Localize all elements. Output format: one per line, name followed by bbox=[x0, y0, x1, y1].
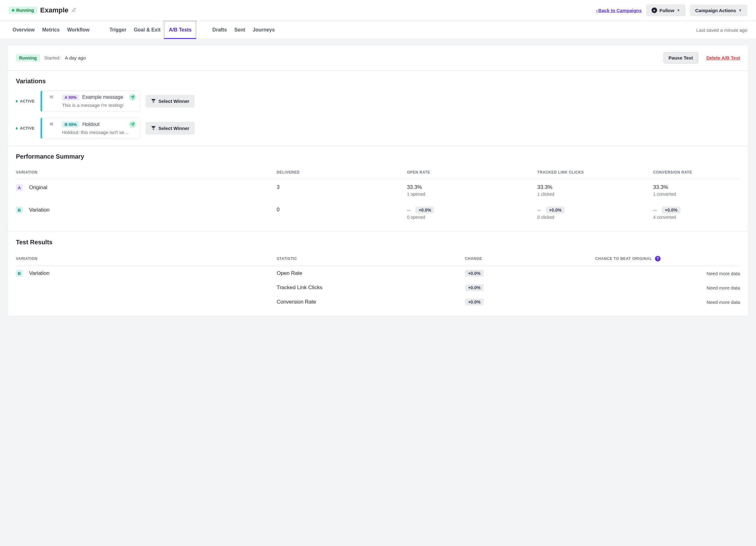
active-dot-icon bbox=[16, 100, 17, 103]
performance-table: VARIATION DELIVERED OPEN RATE TRACKED LI… bbox=[16, 166, 740, 225]
variation-description: This is a message I'm testing! bbox=[62, 103, 131, 108]
variation-thumbnail: ✉ bbox=[42, 118, 61, 139]
delete-ab-test-link[interactable]: Delete A/B Test bbox=[706, 55, 740, 60]
test-results-title: Test Results bbox=[16, 239, 740, 246]
envelope-icon: ✉ bbox=[50, 122, 53, 127]
variation-body: B 50% Holdout Holdout: this message isn'… bbox=[61, 118, 140, 139]
table-row: Conversion Rate +0.0% Need more data bbox=[16, 295, 740, 309]
clicks-sub: 0 clicked bbox=[537, 215, 653, 220]
status-badge: Running bbox=[9, 7, 37, 14]
res-header-change: CHANGE bbox=[465, 252, 595, 266]
clicks-delta: +0.0% bbox=[546, 207, 565, 214]
status-left: Running Started: A day ago bbox=[16, 54, 86, 62]
stat-change: +0.0% bbox=[465, 284, 484, 291]
select-winner-label: Select Winner bbox=[158, 126, 189, 131]
tab-sent[interactable]: Sent bbox=[230, 21, 249, 39]
chevron-down-icon: ▼ bbox=[677, 8, 680, 12]
open-rate-value: 33.3% bbox=[407, 184, 537, 191]
res-header-chance: CHANCE TO BEAT ORIGINAL ? bbox=[595, 252, 740, 266]
select-winner-button[interactable]: Select Winner bbox=[146, 122, 195, 135]
variation-name: Original bbox=[29, 185, 47, 191]
tab-trigger[interactable]: Trigger bbox=[106, 21, 130, 39]
perf-header-delivered: DELIVERED bbox=[277, 166, 407, 179]
campaign-actions-button[interactable]: Campaign Actions ▼ bbox=[690, 5, 747, 16]
variation-thumbnail: ✉ bbox=[42, 91, 61, 112]
performance-section: Performance Summary VARIATION DELIVERED … bbox=[8, 146, 748, 232]
open-rate-sub: 1 opened bbox=[407, 192, 537, 197]
select-winner-label: Select Winner bbox=[158, 99, 189, 104]
tab-overview[interactable]: Overview bbox=[9, 21, 38, 39]
stat-name: Conversion Rate bbox=[277, 295, 465, 309]
res-header-statistic: STATISTIC bbox=[277, 252, 465, 266]
status-text: Running bbox=[16, 8, 34, 13]
variation-card[interactable]: ✉ A 50% Example message This is a messag… bbox=[40, 90, 140, 112]
open-rate-delta: +0.0% bbox=[415, 207, 434, 214]
variation-row: ACTIVE ✉ B 50% Holdout Holdout: this mes… bbox=[16, 118, 740, 139]
select-winner-button[interactable]: Select Winner bbox=[146, 95, 195, 108]
variation-description: Holdout: this message isn't se… bbox=[62, 130, 131, 135]
tab-metrics[interactable]: Metrics bbox=[38, 21, 63, 39]
conversion-sub: 1 converted bbox=[653, 192, 740, 197]
perf-header-conversion: CONVERSION RATE bbox=[653, 166, 740, 179]
clicks-value: 33.3% bbox=[537, 184, 653, 191]
edit-icon[interactable] bbox=[71, 7, 76, 13]
table-row: A Original 3 33.3% 1 opened 33.3% 1 clic… bbox=[16, 179, 740, 202]
stat-name: Open Rate bbox=[277, 266, 465, 281]
perf-header-clicks: TRACKED LINK CLICKS bbox=[537, 166, 653, 179]
stat-chance: Need more data bbox=[595, 280, 740, 295]
started-label: Started: bbox=[44, 55, 61, 60]
stat-change: +0.0% bbox=[465, 270, 484, 277]
open-rate-sub: 0 opened bbox=[407, 215, 537, 220]
variation-card[interactable]: ✉ B 50% Holdout Holdout: this message is… bbox=[40, 118, 140, 139]
tabs-row: Overview Metrics Workflow Trigger Goal &… bbox=[0, 21, 756, 39]
perf-header-variation: VARIATION bbox=[16, 166, 277, 179]
delivered-value: 0 bbox=[277, 207, 279, 213]
clicks-sub: 1 clicked bbox=[537, 192, 653, 197]
help-icon[interactable]: ? bbox=[655, 256, 661, 262]
res-header-variation: VARIATION bbox=[16, 252, 277, 266]
clicks-value: -- bbox=[537, 207, 541, 213]
variation-active-label: ACTIVE bbox=[16, 99, 35, 104]
test-status-text: Running bbox=[19, 56, 37, 60]
envelope-icon: ✉ bbox=[50, 94, 53, 99]
variation-pct-badge: B 50% bbox=[62, 122, 79, 128]
trophy-icon bbox=[151, 98, 156, 104]
campaign-actions-label: Campaign Actions bbox=[695, 8, 736, 13]
tab-ab-tests[interactable]: A/B Tests bbox=[164, 21, 196, 39]
open-rate-value: -- bbox=[407, 207, 410, 213]
tab-journeys[interactable]: Journeys bbox=[249, 21, 279, 39]
variation-row: ACTIVE ✉ A 50% Example message This is a… bbox=[16, 90, 740, 112]
variation-name: Variation bbox=[29, 207, 50, 213]
table-row: B Variation 0 -- +0.0% 0 opened -- bbox=[16, 202, 740, 225]
chance-header-text: CHANCE TO BEAT ORIGINAL bbox=[595, 257, 652, 261]
stat-name: Tracked Link Clicks bbox=[277, 280, 465, 295]
main-card: Running Started: A day ago Pause Test De… bbox=[7, 45, 749, 316]
follow-button[interactable]: + Follow ▼ bbox=[646, 4, 686, 16]
tab-goal-exit[interactable]: Goal & Exit bbox=[130, 21, 164, 39]
send-status-icon bbox=[129, 121, 136, 128]
table-row: Tracked Link Clicks +0.0% Need more data bbox=[16, 280, 740, 295]
back-to-campaigns-link[interactable]: ‹ Back to Campaigns bbox=[596, 8, 642, 13]
chevron-left-icon: ‹ bbox=[596, 8, 598, 13]
tab-workflow[interactable]: Workflow bbox=[63, 21, 93, 39]
active-dot-icon bbox=[16, 127, 17, 130]
tabs: Overview Metrics Workflow Trigger Goal &… bbox=[9, 21, 279, 39]
variation-name: Example message bbox=[82, 94, 124, 100]
active-text: ACTIVE bbox=[20, 99, 35, 104]
top-bar-right: ‹ Back to Campaigns + Follow ▼ Campaign … bbox=[596, 4, 747, 16]
variations-section: Variations ACTIVE ✉ A 50% Example messag… bbox=[8, 71, 748, 146]
pause-test-button[interactable]: Pause Test bbox=[663, 52, 698, 64]
variation-body: A 50% Example message This is a message … bbox=[61, 91, 140, 112]
variation-name: Holdout bbox=[82, 122, 99, 127]
tab-drafts[interactable]: Drafts bbox=[209, 21, 230, 39]
top-bar: Running Example ‹ Back to Campaigns + Fo… bbox=[0, 0, 756, 21]
chevron-down-icon: ▼ bbox=[739, 8, 742, 12]
variation-pct-badge: A 50% bbox=[62, 94, 79, 100]
tab-spacer bbox=[196, 24, 209, 36]
back-link-label: Back to Campaigns bbox=[598, 8, 642, 13]
stat-chance: Need more data bbox=[595, 295, 740, 309]
conversion-value: -- bbox=[653, 207, 657, 213]
results-table: VARIATION STATISTIC CHANGE CHANCE TO BEA… bbox=[16, 252, 740, 309]
stat-chance: Need more data bbox=[595, 266, 740, 281]
perf-header-open-rate: OPEN RATE bbox=[407, 166, 537, 179]
